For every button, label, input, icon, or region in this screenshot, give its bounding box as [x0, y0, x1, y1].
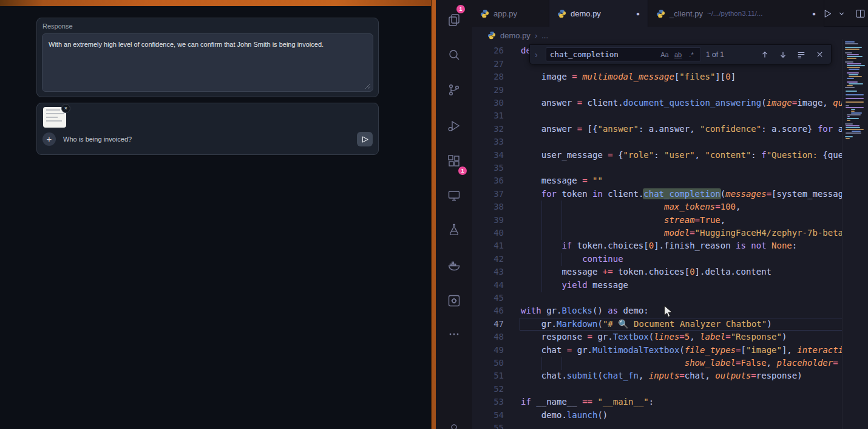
line-number[interactable]: 35: [472, 162, 504, 174]
code-line-43[interactable]: 43 message += token.choices[0].delta.con…: [472, 266, 843, 279]
code-line-46[interactable]: 46with gr.Blocks() as demo:: [472, 304, 843, 318]
line-number[interactable]: 48: [472, 331, 504, 343]
toggle-replace-button[interactable]: ›: [535, 50, 541, 60]
line-number[interactable]: 44: [472, 279, 504, 292]
code-line-45[interactable]: 45: [472, 292, 843, 305]
line-number[interactable]: 26: [472, 44, 504, 57]
breadcrumb-file[interactable]: demo.py: [500, 31, 531, 40]
send-button[interactable]: [357, 132, 373, 146]
thumbnail-detail: [46, 113, 64, 114]
run-button[interactable]: [822, 9, 833, 19]
find-input[interactable]: chat_completion Aa ab .*: [546, 47, 701, 61]
line-number[interactable]: 55: [472, 422, 504, 429]
code-line-41[interactable]: 41 if token.choices[0].finish_reason is …: [472, 239, 843, 253]
activity-account[interactable]: [436, 414, 472, 429]
next-match-button[interactable]: [776, 48, 790, 61]
breadcrumb-symbol[interactable]: ...: [541, 31, 548, 40]
code-line-48[interactable]: 48 response = gr.Textbox(lines=5, label=…: [472, 331, 843, 344]
line-number[interactable]: 47: [472, 318, 504, 331]
activity-source-control[interactable]: [436, 75, 472, 105]
line-number[interactable]: 39: [472, 214, 504, 227]
tab-app-py[interactable]: app.py: [472, 0, 549, 27]
line-number[interactable]: 33: [472, 136, 504, 148]
line-number[interactable]: 37: [472, 188, 504, 201]
code-line-36[interactable]: 36 message = "": [472, 174, 843, 188]
minimap-line: [847, 116, 850, 117]
code-line-39[interactable]: 39 stream=True,: [472, 214, 843, 227]
code-line-35[interactable]: 35: [472, 162, 843, 175]
line-number[interactable]: 41: [472, 239, 504, 252]
code-line-33[interactable]: 33: [472, 136, 843, 149]
code-line-50[interactable]: 50 show_label=False, placeholder=: [472, 357, 843, 370]
line-number[interactable]: 30: [472, 97, 504, 109]
line-number[interactable]: 38: [472, 201, 504, 213]
code-line-30[interactable]: 30 answer = client.document_question_ans…: [472, 97, 843, 110]
activity-extensions[interactable]: 1: [436, 146, 472, 176]
code-line-49[interactable]: 49 chat = gr.MultimodalTextbox(file_type…: [472, 344, 843, 357]
activity-run-debug[interactable]: [436, 111, 472, 140]
line-number[interactable]: 27: [472, 58, 504, 70]
code-line-37[interactable]: 37 for token in client.chat_completion(m…: [472, 188, 843, 201]
code-line-42[interactable]: 42 continue: [472, 253, 843, 266]
match-case-button[interactable]: Aa: [659, 51, 670, 58]
code-line-28[interactable]: 28 image = multimodal_message["files"][0…: [472, 70, 843, 84]
run-dropdown-chevron[interactable]: [838, 10, 845, 17]
resize-handle-icon[interactable]: [365, 83, 371, 89]
response-textarea[interactable]: With an extremely high level of confiden…: [42, 33, 373, 92]
activity-more[interactable]: [436, 320, 472, 349]
line-number[interactable]: 54: [472, 409, 504, 422]
line-number[interactable]: 53: [472, 396, 504, 408]
line-number[interactable]: 51: [472, 369, 504, 382]
remove-attachment-button[interactable]: ×: [61, 104, 70, 113]
activity-testing[interactable]: [436, 215, 472, 244]
find-in-selection-button[interactable]: [795, 48, 808, 61]
code-line-47[interactable]: 47 gr.Markdown("# 🔍 Document Analyzer Ch…: [472, 318, 843, 331]
activity-remote-explorer[interactable]: [436, 181, 472, 210]
previous-match-button[interactable]: [758, 48, 771, 61]
line-number[interactable]: 45: [472, 292, 504, 304]
activity-docker[interactable]: [436, 251, 472, 280]
code-line-55[interactable]: 55: [472, 422, 843, 429]
add-file-button[interactable]: +: [42, 132, 56, 146]
whole-word-button[interactable]: ab: [673, 51, 683, 58]
line-number[interactable]: 50: [472, 357, 504, 369]
line-number[interactable]: 29: [472, 84, 504, 97]
tab-client-py[interactable]: _client.py ~/.../python3.11/... ●: [648, 0, 824, 27]
code-line-31[interactable]: 31: [472, 109, 843, 123]
code-line-54[interactable]: 54 demo.launch(): [472, 409, 843, 422]
code-line-40[interactable]: 40 model="HuggingFaceH4/zephyr-7b-beta",: [472, 227, 843, 240]
line-number[interactable]: 42: [472, 253, 504, 266]
line-number[interactable]: 28: [472, 70, 504, 83]
line-number[interactable]: 36: [472, 174, 504, 187]
line-number[interactable]: 32: [472, 123, 504, 136]
code-line-34[interactable]: 34 user_message = {"role": "user", "cont…: [472, 149, 843, 162]
split-editor-button[interactable]: [855, 9, 866, 19]
activity-search[interactable]: [436, 40, 472, 69]
attachment-thumbnail[interactable]: ×: [43, 107, 66, 128]
line-number[interactable]: 46: [472, 304, 504, 317]
tab-demo-py[interactable]: demo.py ●: [549, 0, 648, 27]
close-find-button[interactable]: [813, 48, 826, 61]
activity-dev-container[interactable]: [436, 286, 472, 315]
code-line-38[interactable]: 38 max_tokens=100,: [472, 201, 843, 214]
line-number[interactable]: 31: [472, 109, 504, 122]
line-number[interactable]: 40: [472, 227, 504, 239]
regex-button[interactable]: .*: [686, 51, 697, 58]
code-line-32[interactable]: 32 answer = [{"answer": a.answer, "confi…: [472, 123, 843, 136]
code-area[interactable]: 26def chat_fn(multimodal_message):2728 i…: [472, 44, 868, 429]
line-number[interactable]: 52: [472, 383, 504, 396]
code-line-44[interactable]: 44 yield message: [472, 279, 843, 292]
line-number[interactable]: 49: [472, 344, 504, 357]
activity-explorer[interactable]: 1: [436, 5, 472, 35]
line-number[interactable]: 34: [472, 149, 504, 162]
code-line-53[interactable]: 53if __name__ == "__main__":: [472, 396, 843, 409]
message-input[interactable]: Who is being invoiced?: [63, 136, 357, 143]
account-icon: [447, 422, 461, 429]
code-line-51[interactable]: 51 chat.submit(chat_fn, inputs=chat, out…: [472, 369, 843, 383]
minimap-line: [849, 74, 858, 75]
line-number[interactable]: 43: [472, 266, 504, 278]
minimap[interactable]: [842, 39, 868, 429]
code-line-29[interactable]: 29: [472, 84, 843, 97]
code-line-52[interactable]: 52: [472, 383, 843, 396]
code-text: max_tokens=100,: [521, 201, 741, 213]
